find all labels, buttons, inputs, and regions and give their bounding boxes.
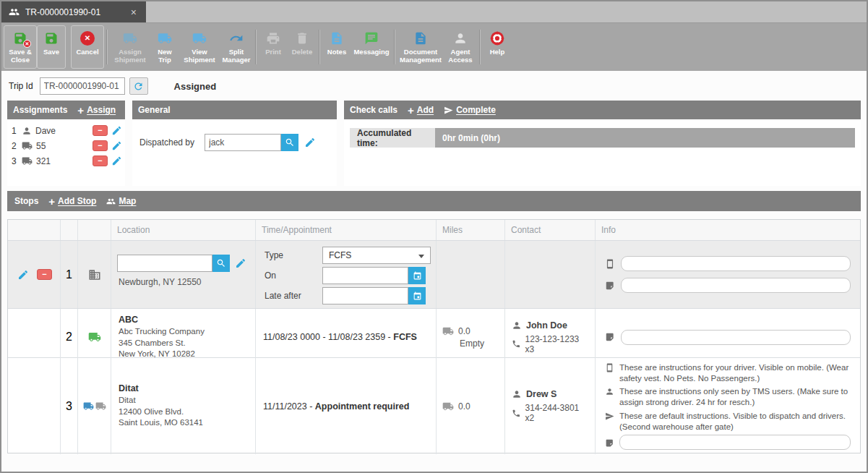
location-search-input[interactable] (117, 255, 212, 272)
time-appointment-cell: Type FCFS On Late after (255, 241, 436, 308)
stop-type-icon-cell (77, 241, 111, 308)
edit-location-button[interactable] (235, 257, 246, 269)
agent-access-button[interactable]: Agent Access (444, 25, 477, 69)
tab-trip[interactable]: TR-0000001990-01 × (1, 1, 146, 22)
map-link[interactable]: Map (106, 196, 136, 206)
toolbar-separator (255, 30, 257, 64)
cancel-label: Cancel (76, 48, 98, 56)
trip-status-badge: Assigned (174, 81, 217, 92)
stop-row-3: 3 Ditat Ditat 12400 Olive Blvd. Saint Lo… (8, 357, 860, 453)
refresh-button[interactable] (129, 77, 148, 95)
panels-row: Assignments +Assign 1 Dave − 2 55 − (1, 98, 867, 186)
on-date-input[interactable] (322, 267, 408, 284)
dispatcher-search-button[interactable] (281, 134, 298, 151)
contact-cell: John Doe 123-123-1233 x3 (504, 309, 595, 366)
assignment-number: 1 (12, 126, 18, 136)
split-manager-button[interactable]: Split Manager (220, 25, 253, 69)
delete-button[interactable]: Delete (288, 25, 317, 69)
location-search-button[interactable] (212, 255, 230, 272)
close-badge-icon: ✕ (23, 40, 31, 48)
late-after-date-input[interactable] (322, 287, 408, 304)
stops-table-header: Location Time/Appointment Miles Contact … (8, 220, 860, 240)
note-input[interactable] (619, 435, 851, 450)
notes-button[interactable]: Notes (322, 25, 351, 69)
person-icon (605, 387, 614, 396)
location-city: Newburgh, NY 12550 (117, 277, 249, 287)
edit-assignment-button[interactable] (111, 125, 122, 136)
assignments-header: Assignments +Assign (7, 101, 125, 119)
general-header: General (132, 101, 337, 119)
new-trip-button[interactable]: New Trip (150, 25, 179, 69)
assign-link[interactable]: +Assign (77, 105, 116, 116)
remove-assignment-button[interactable]: − (93, 140, 108, 151)
trip-id-input[interactable] (40, 77, 125, 95)
on-label: On (265, 270, 322, 281)
location-address: Abc Trucking Company (119, 326, 248, 338)
edit-assignment-button[interactable] (111, 140, 122, 151)
time-type: FCFS (393, 332, 417, 342)
cancel-button[interactable]: ✕ Cancel (71, 25, 104, 69)
help-label: Help (490, 48, 505, 56)
remove-assignment-button[interactable]: − (93, 155, 108, 166)
messaging-button[interactable]: Messaging (351, 25, 392, 69)
dispatched-by-input[interactable] (205, 134, 281, 151)
save-button[interactable]: Save (37, 25, 66, 69)
edit-assignment-button[interactable] (111, 155, 122, 166)
remove-stop-button[interactable]: − (37, 269, 52, 280)
print-button[interactable]: Print (259, 25, 288, 69)
driver-instructions: These are instructions for your driver. … (619, 362, 851, 383)
location-cell: Ditat Ditat 12400 Olive Blvd. Saint Loui… (111, 358, 255, 454)
view-shipment-button[interactable]: View Shipment (179, 25, 220, 69)
edit-dispatcher-button[interactable] (304, 137, 316, 148)
row-controls (8, 358, 60, 454)
general-body: Dispatched by (132, 119, 337, 186)
complete-check-call-link[interactable]: Complete (444, 105, 496, 115)
document-management-button[interactable]: Document Management (398, 25, 444, 69)
assignment-number: 2 (12, 141, 18, 151)
load-status: Empty (442, 338, 499, 349)
on-calendar-button[interactable] (408, 267, 426, 284)
general-panel: General Dispatched by (132, 101, 337, 186)
late-after-calendar-button[interactable] (408, 287, 426, 304)
notes-label: Notes (327, 48, 346, 56)
add-stop-link[interactable]: +Add Stop (48, 196, 96, 207)
chevron-down-icon (418, 255, 424, 261)
person-icon (512, 389, 522, 399)
refresh-icon (133, 81, 144, 92)
edit-stop-button[interactable] (17, 269, 29, 281)
toolbar-separator (106, 30, 108, 64)
location-name: Ditat (119, 383, 248, 393)
stop-row-1: − 1 Newburgh, NY 12550 Type FCFS (8, 240, 860, 308)
tab-close-icon[interactable]: × (129, 7, 139, 18)
driver-instructions-input[interactable] (621, 256, 851, 271)
trip-id-label: Trip Id (9, 81, 33, 91)
miles-cell: 0.0 Empty (436, 309, 504, 366)
time-type: Appointment required (315, 401, 410, 412)
pencil-icon (111, 140, 122, 151)
remove-assignment-button[interactable]: − (93, 125, 108, 136)
driver-icon (22, 126, 32, 136)
add-check-call-link[interactable]: +Add (408, 105, 434, 116)
send-icon (605, 412, 614, 421)
location-address: Saint Louis, MO 63141 (119, 417, 248, 429)
assignment-name: Dave (35, 126, 89, 136)
save-close-button[interactable]: ✕ Save & Close (4, 25, 37, 69)
split-manager-label: Split Manager (222, 48, 251, 64)
time-text: 11/08/23 0000 - 11/08/23 2359 - (263, 332, 391, 342)
note-input[interactable] (621, 278, 851, 293)
assign-shipment-button[interactable]: Assign Shipment (110, 25, 150, 69)
calendar-icon (413, 271, 422, 281)
appointment-type-select[interactable]: FCFS (322, 247, 431, 264)
plus-icon: + (408, 105, 414, 116)
stop-number: 1 (60, 241, 77, 308)
help-button[interactable]: Help (483, 25, 512, 69)
note-input[interactable] (621, 330, 851, 345)
accumulated-time-label: Accumulated time: (350, 128, 435, 148)
tab-bar: TR-0000001990-01 × (1, 1, 867, 23)
complete-icon (444, 106, 453, 115)
appointment-type-value: FCFS (329, 250, 351, 260)
people-icon (9, 7, 20, 17)
stop-type-icon-cell (77, 309, 111, 366)
assignment-name: 55 (36, 141, 89, 151)
controls-column-header (8, 220, 60, 240)
